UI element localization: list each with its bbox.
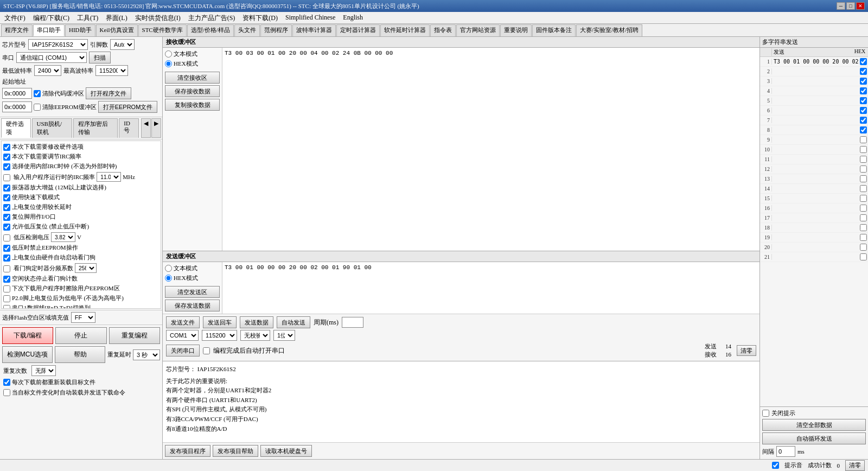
option-17-check[interactable] <box>3 305 10 309</box>
multi-row-16-check[interactable] <box>860 205 867 212</box>
watchdog-div-select[interactable]: 256 <box>75 263 97 273</box>
option-3-check[interactable] <box>3 163 10 170</box>
max-baud-select[interactable]: 115200 <box>95 65 128 76</box>
send-hex-radio[interactable] <box>165 275 172 282</box>
multi-row-10-check[interactable] <box>860 146 867 153</box>
tab-serial-helper[interactable]: 串口助手 <box>33 24 65 36</box>
option-7-check[interactable] <box>3 204 10 211</box>
tab-selection[interactable]: 选型/价格/样品 <box>187 24 234 36</box>
read-machine-button[interactable]: 读取本机硬盘号 <box>260 445 312 457</box>
close-hint-check[interactable] <box>762 410 769 417</box>
copy-recv-button[interactable]: 复制接收数据 <box>165 99 220 111</box>
option-14-check[interactable] <box>3 276 10 283</box>
option-15-check[interactable] <box>3 285 10 292</box>
multi-row-9-check[interactable] <box>860 136 867 143</box>
tab-contest[interactable]: 大赛/实验室/教材/招聘 <box>576 24 642 36</box>
tab-timer-calc[interactable]: 定时器计算器 <box>336 24 380 36</box>
open-eeprom-file-button[interactable]: 打开EEPROM文件 <box>98 101 158 113</box>
auto-send-button[interactable]: 自动发送 <box>277 316 310 328</box>
multi-row-15-check[interactable] <box>860 195 867 202</box>
tab-firmware[interactable]: 固件版本备注 <box>532 24 576 36</box>
multi-row-2-check[interactable] <box>860 68 867 75</box>
chip-type-select[interactable]: IAP15F2K61S2 <box>28 39 88 50</box>
tab-keil[interactable]: Keil仿真设置 <box>96 24 138 36</box>
prog-encrypt-tab[interactable]: 程序加密后传输 <box>73 118 118 138</box>
clear-all-button[interactable]: 清空全部数据 <box>762 419 866 431</box>
pin-count-select[interactable]: Auto <box>110 39 135 50</box>
multi-row-14-check[interactable] <box>860 185 867 192</box>
reprogram-button[interactable]: 重复编程 <box>109 327 160 344</box>
nav-left[interactable]: ◀ <box>141 118 151 138</box>
publish-help-button[interactable]: 发布项目帮助 <box>213 445 258 457</box>
window-controls[interactable]: ─ □ ✕ <box>837 2 865 10</box>
id-tab[interactable]: ID号 <box>119 118 139 138</box>
multi-row-5-check[interactable] <box>860 97 867 104</box>
usb-tab[interactable]: USB脱机/联机 <box>32 118 73 138</box>
clear-recv-button[interactable]: 清空接收区 <box>165 72 220 84</box>
menu-download[interactable]: 资料下载(D) <box>239 13 281 22</box>
help-button[interactable]: 帮助 <box>55 346 105 363</box>
min-baud-select[interactable]: 2400 <box>34 65 61 76</box>
recv-textarea[interactable]: T3 00 03 00 01 00 20 00 04 00 02 24 0B 0… <box>222 48 760 251</box>
menu-supply[interactable]: 实时供货信息(I) <box>132 13 184 22</box>
option-11-check[interactable] <box>3 245 10 252</box>
low-voltage-select[interactable]: 3.82 <box>51 232 75 242</box>
multi-row-20-check[interactable] <box>860 244 867 251</box>
option-9-check[interactable] <box>3 224 10 231</box>
send-text-radio[interactable] <box>165 265 172 272</box>
download-button[interactable]: 下载/编程 <box>2 327 53 344</box>
period-input[interactable]: 100 <box>342 317 363 328</box>
recv-hex-radio[interactable] <box>165 60 172 67</box>
clear-send-button[interactable]: 清空发送区 <box>165 286 220 298</box>
maximize-button[interactable]: □ <box>846 2 855 10</box>
multi-row-6-check[interactable] <box>860 107 867 114</box>
menu-tools[interactable]: 工具(T) <box>74 13 101 22</box>
irc-freq-select[interactable]: 11.0592 <box>97 172 121 182</box>
menu-program[interactable]: 编程/下载(C) <box>30 13 73 22</box>
check-method-select[interactable]: 无校验 <box>240 330 270 341</box>
stop-bits-select[interactable]: 1位 <box>273 330 295 341</box>
option-16-check[interactable] <box>3 295 10 302</box>
scan-button[interactable]: 扫描 <box>89 52 111 63</box>
start-addr-input1[interactable] <box>2 88 32 99</box>
multi-row-4-check[interactable] <box>860 87 867 94</box>
send-data-button[interactable]: 发送数据 <box>240 316 273 328</box>
clear-success-button[interactable]: 清零 <box>845 460 865 471</box>
multi-row-17-check[interactable] <box>860 214 867 221</box>
save-recv-button[interactable]: 保存接收数据 <box>165 85 220 97</box>
reload-target-check[interactable] <box>3 379 10 386</box>
close-button[interactable]: ✕ <box>856 2 865 10</box>
send-return-button[interactable]: 发送回车 <box>203 316 237 328</box>
detect-mcu-button[interactable]: 检测MCU选项 <box>2 346 53 363</box>
save-send-button[interactable]: 保存发送数据 <box>165 300 220 311</box>
flash-fill-select[interactable]: FF <box>71 312 95 323</box>
option-13-check[interactable] <box>3 265 10 272</box>
option-6-check[interactable] <box>3 194 10 201</box>
redownload-times-select[interactable]: 无限 <box>31 365 56 376</box>
tab-baud-calc[interactable]: 波特率计算器 <box>292 24 336 36</box>
minimize-button[interactable]: ─ <box>837 2 845 10</box>
close-port-button[interactable]: 关闭串口 <box>166 345 200 357</box>
publish-project-button[interactable]: 发布项目程序 <box>165 445 210 457</box>
clear-code-buffer-check[interactable] <box>34 90 41 97</box>
option-12-check[interactable] <box>3 254 10 262</box>
nav-right[interactable]: ▶ <box>151 118 161 138</box>
baud-rate-select[interactable]: 115200 <box>202 330 237 341</box>
option-4-check[interactable] <box>3 174 10 181</box>
clear-count-button[interactable]: 清零 <box>737 345 756 356</box>
multi-row-8-check[interactable] <box>860 126 867 133</box>
interval-input[interactable] <box>776 446 795 457</box>
menu-interface[interactable]: 界面(L) <box>103 13 130 22</box>
auto-open-check[interactable] <box>203 347 210 354</box>
option-2-check[interactable] <box>3 154 10 161</box>
option-1-check[interactable] <box>3 144 10 151</box>
redownload-delay-select[interactable]: 3 秒 <box>133 349 160 360</box>
tab-instructions[interactable]: 指令表 <box>430 24 456 36</box>
auto-send-check[interactable] <box>3 389 10 396</box>
tab-hid[interactable]: HID助手 <box>65 24 95 36</box>
tab-stc-math[interactable]: STC硬件数学库 <box>138 24 187 36</box>
option-8-check[interactable] <box>3 214 10 221</box>
multi-row-12-check[interactable] <box>860 166 867 173</box>
multi-row-13-check[interactable] <box>860 175 867 182</box>
send-file-button[interactable]: 发送文件 <box>166 316 200 328</box>
